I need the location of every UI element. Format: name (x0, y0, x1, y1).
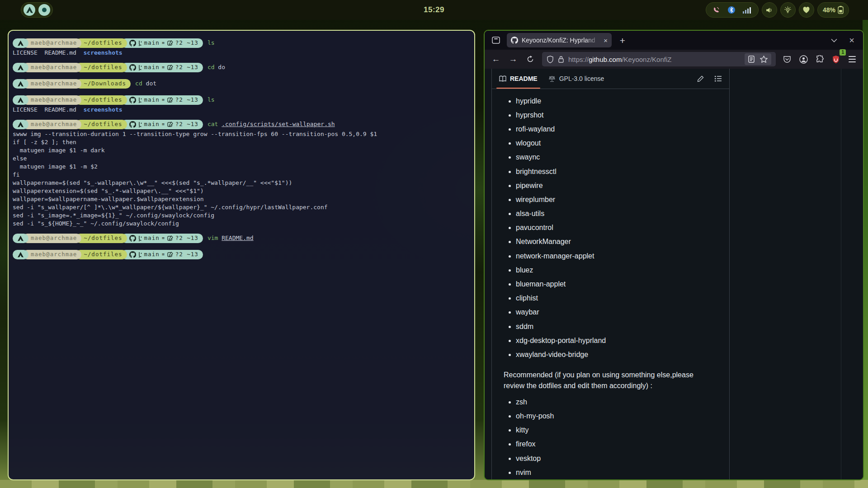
shield-icon[interactable] (547, 56, 554, 63)
recommended-item: oh-my-posh (516, 412, 717, 420)
edit-pencil-icon[interactable] (697, 75, 704, 82)
prompt-os-segment (13, 234, 28, 243)
prompt-os-segment (13, 38, 28, 48)
package-item: hypridle (516, 97, 717, 105)
bluetooth-icon[interactable] (727, 6, 736, 14)
package-item: network-manager-applet (516, 252, 717, 260)
prompt-dir-segment: ~/Downloads (75, 79, 131, 89)
github-icon (129, 64, 136, 71)
arch-logo-icon (18, 252, 24, 258)
reload-button[interactable] (523, 52, 538, 66)
reader-mode-icon[interactable] (748, 56, 755, 63)
git-edit-icon (167, 40, 173, 46)
terminal-prompt-line: maeb@archmae~/dotfilesmain≡?2 ~13ls (13, 37, 471, 49)
tab-license[interactable]: GPL-3.0 license (548, 69, 604, 89)
git-branch-name: main (144, 63, 160, 71)
terminal-prompt-line: maeb@archmae~/dotfilesmain≡?2 ~13cat .co… (13, 118, 471, 130)
git-branch-icon (138, 40, 142, 46)
package-item: bluez (516, 266, 717, 274)
url-bar[interactable]: https://github.com/Keyoonz/KonfiZ (542, 52, 776, 66)
battery-indicator[interactable]: 48% (817, 2, 849, 18)
urlbar-actions (745, 53, 771, 65)
volume-button[interactable] (762, 2, 777, 18)
outline-list-icon[interactable] (715, 75, 722, 82)
menu-button[interactable] (845, 52, 859, 66)
git-branch-icon (138, 122, 142, 127)
recommended-item: vesktop (516, 455, 717, 463)
bookmark-star-icon[interactable] (760, 56, 768, 63)
recommended-list: zshoh-my-poshkittyfirefoxvesktopnvim (504, 398, 717, 477)
url-scheme: https:// (568, 56, 589, 63)
terminal-prompt-line: maeb@archmae~/dotfilesmain≡?2 ~13cd do (13, 61, 471, 73)
git-sync-status: ≡ (162, 120, 165, 128)
favorites-button[interactable] (799, 2, 814, 18)
terminal-command: cd do (208, 63, 225, 71)
github-favicon (511, 37, 518, 44)
lock-icon[interactable] (558, 56, 564, 63)
terminal-output-line: wallpapername=$(sed "s_-wallpaper\.\w*__… (13, 179, 471, 187)
command-arg: dot (142, 80, 156, 87)
phone-icon[interactable] (712, 6, 720, 14)
firefox-view-button[interactable] (489, 33, 503, 47)
tab-readme[interactable]: README (499, 69, 538, 89)
prompt-dir-segment: ~/dotfiles (75, 120, 127, 129)
output-text: wallpaper=$wallpapername-wallpaper.$wall… (13, 196, 204, 202)
signal-bars-icon[interactable] (743, 6, 752, 14)
chevron-down-icon (831, 38, 837, 42)
readme-header-actions (697, 75, 722, 82)
output-directory-name: screenshots (84, 106, 123, 113)
prompt-dir-segment: ~/dotfiles (75, 250, 127, 259)
account-icon (799, 55, 808, 64)
terminal-blank-line (13, 89, 471, 94)
package-item: swaync (516, 153, 717, 161)
terminal-window[interactable]: maeb@archmae~/dotfilesmain≡?2 ~13lsLICEN… (8, 30, 475, 480)
speaker-icon (765, 6, 773, 14)
git-edit-icon (167, 65, 173, 70)
brightness-button[interactable] (780, 2, 796, 18)
git-branch-name: main (144, 120, 160, 128)
pocket-button[interactable] (780, 52, 794, 66)
arch-logo-icon (18, 81, 24, 87)
wallpaper-grass (0, 480, 868, 488)
close-icon: × (849, 36, 854, 45)
pocket-icon (783, 55, 791, 63)
page-right-divider (841, 69, 841, 479)
prompt-os-segment (13, 95, 28, 105)
extensions-button[interactable] (813, 52, 826, 66)
terminal-body: maeb@archmae~/dotfilesmain≡?2 ~13lsLICEN… (13, 37, 471, 260)
command-arg (218, 121, 222, 127)
tab-konfiz[interactable]: Keyoonz/KonfiZ: Hyprland × (507, 33, 612, 47)
prompt-user-segment: maeb@archmae (23, 120, 81, 129)
window-close-button[interactable]: × (845, 33, 859, 47)
package-item: waybar (516, 308, 717, 316)
tab-close-button[interactable]: × (604, 37, 608, 44)
git-branch-icon (138, 235, 142, 241)
terminal-output-line: LICENSE README.md screenshots (13, 106, 471, 114)
command-name: vim (208, 235, 218, 241)
new-tab-button[interactable]: + (616, 33, 629, 47)
terminal-output-line: else (13, 155, 471, 163)
readme-header: README GPL-3.0 license (492, 69, 729, 89)
scale-icon (548, 75, 556, 82)
page-content: README GPL-3.0 license hypridlehyprshotr… (485, 69, 863, 479)
terminal-blank-line (13, 73, 471, 78)
prompt-git-segment: main≡?2 ~13 (121, 95, 203, 105)
prompt-user-segment: maeb@archmae (23, 250, 81, 259)
command-name: cat (208, 121, 218, 127)
output-text: matugen image $1 -m $2 (13, 163, 98, 170)
package-list: hypridlehyprshotrofi-waylandwlogoutswayn… (504, 97, 717, 359)
terminal-output-line: matugen image $1 -m $2 (13, 163, 471, 171)
output-text: fi (13, 171, 20, 178)
forward-button[interactable]: → (506, 52, 520, 66)
git-branch-icon (138, 97, 142, 103)
package-item: xdg-desktop-portal-hyprland (516, 337, 717, 345)
package-item: rofi-wayland (516, 125, 717, 133)
list-tabs-button[interactable] (827, 33, 841, 47)
prompt-git-segment: main≡?2 ~13 (121, 63, 203, 72)
terminal-output-line: wallpaper=$wallpapername-wallpaper.$wall… (13, 195, 471, 203)
readme-box: README GPL-3.0 license hypridlehyprshotr… (491, 69, 730, 479)
account-button[interactable] (797, 52, 810, 66)
back-button[interactable]: ← (489, 52, 503, 66)
ublock-button[interactable]: 1 (829, 52, 843, 66)
ublock-badge: 1 (840, 49, 846, 56)
